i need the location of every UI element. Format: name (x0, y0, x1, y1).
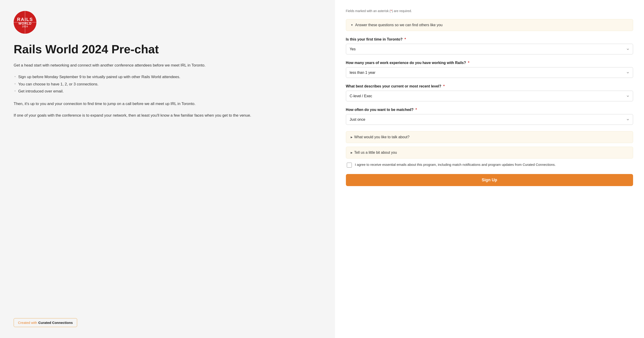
frequency-required-star: * (416, 108, 417, 112)
frequency-field-group: How often do you want to be matched? * J… (346, 108, 633, 125)
paragraph-2: If one of your goals with the conference… (14, 112, 321, 118)
curated-connections-badge[interactable]: Created with Curated Connections (14, 318, 77, 327)
section-3-header[interactable]: ▶ Tell us a little bit about you (346, 147, 633, 159)
logo-line3: 2024 (17, 25, 33, 28)
page-title: Rails World 2024 Pre-chat (14, 43, 321, 56)
page-description: Get a head start with networking and con… (14, 62, 321, 68)
level-label: What best describes your current or most… (346, 84, 633, 88)
toronto-label: Is this your first time in Toronto? * (346, 37, 633, 42)
bullet-list: Sign up before Monday September 9 to be … (14, 74, 321, 95)
section-1-title: Answer these questions so we can find ot… (355, 23, 442, 27)
section-1-arrow: ▼ (351, 24, 354, 27)
frequency-select[interactable]: Just once Weekly Bi-weekly Monthly (346, 114, 633, 125)
experience-required-star: * (468, 61, 469, 65)
toronto-required-star: * (404, 37, 406, 41)
created-with-text: Created with (18, 321, 37, 324)
required-notice: Fields marked with an asterisk (*) are r… (346, 9, 633, 13)
bullet-item-1: Sign up before Monday September 9 to be … (14, 74, 321, 80)
level-required-star: * (443, 84, 445, 88)
left-panel: RAILS WORLD 2024 Rails World 2024 Pre-ch… (0, 0, 335, 338)
section-2-arrow: ▶ (351, 136, 352, 139)
consent-label: I agree to receive essential emails abou… (355, 162, 556, 167)
experience-field-group: How many years of work experience do you… (346, 61, 633, 78)
checkbox-group: I agree to receive essential emails abou… (346, 162, 633, 168)
bullet-item-2: You can choose to have 1, 2, or 3 connec… (14, 81, 321, 87)
toronto-select[interactable]: Yes No (346, 44, 633, 55)
logo-line1: RAILS (17, 17, 33, 22)
signup-button[interactable]: Sign Up (346, 174, 633, 186)
rails-world-logo: RAILS WORLD 2024 (14, 11, 36, 34)
bullet-item-3: Get introduced over email. (14, 88, 321, 94)
right-panel: Fields marked with an asterisk (*) are r… (335, 0, 644, 338)
section-3-arrow: ▶ (351, 151, 352, 154)
toronto-field-group: Is this your first time in Toronto? * Ye… (346, 37, 633, 55)
level-field-group: What best describes your current or most… (346, 84, 633, 101)
experience-label: How many years of work experience do you… (346, 61, 633, 65)
logo-container: RAILS WORLD 2024 (14, 11, 321, 34)
consent-checkbox[interactable] (347, 163, 352, 168)
experience-select[interactable]: less than 1 year 1-2 years 3-5 years 5-1… (346, 67, 633, 78)
section-2-header[interactable]: ▶ What would you like to talk about? (346, 131, 633, 143)
frequency-label: How often do you want to be matched? * (346, 108, 633, 112)
section-3-title: Tell us a little bit about you (354, 151, 397, 155)
paragraph-1: Then, it's up to you and your connection… (14, 101, 321, 107)
logo-line2: WORLD (17, 22, 33, 25)
footer-badge: Created with Curated Connections (14, 309, 321, 327)
section-2-title: What would you like to talk about? (354, 135, 410, 139)
brand-name: Curated Connections (38, 321, 73, 324)
asterisk: * (390, 9, 392, 13)
level-select[interactable]: C-level / Exec VP / Director Manager Sen… (346, 91, 633, 101)
section-1-header[interactable]: ▼ Answer these questions so we can find … (346, 19, 633, 31)
